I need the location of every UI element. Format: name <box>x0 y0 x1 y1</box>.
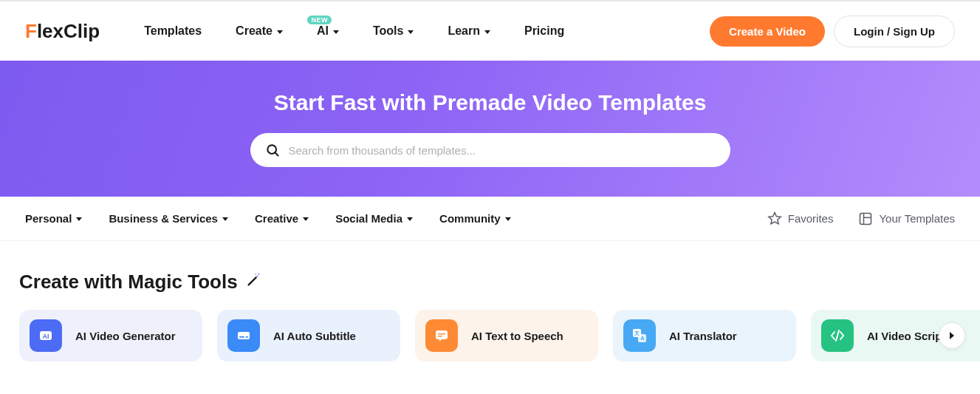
svg-rect-13 <box>436 330 448 339</box>
section-title-text: Create with Magic Tools <box>19 271 238 293</box>
chevron-down-icon <box>222 217 228 221</box>
favorites-link[interactable]: Favorites <box>767 211 834 226</box>
svg-line-1 <box>275 153 278 156</box>
category-filters: Personal Business & Services Creative So… <box>25 212 511 225</box>
header-actions: Create a Video Login / Sign Up <box>710 16 955 47</box>
category-community[interactable]: Community <box>439 212 511 225</box>
login-signup-button[interactable]: Login / Sign Up <box>834 16 955 47</box>
category-label: Social Media <box>335 212 402 225</box>
nav-label: Learn <box>448 24 480 38</box>
create-video-button[interactable]: Create a Video <box>710 16 825 47</box>
templates-icon <box>858 211 873 226</box>
nav-label: Create <box>236 24 273 38</box>
wand-icon <box>245 272 261 293</box>
logo-text: lexClip <box>37 20 100 43</box>
svg-point-7 <box>255 274 256 274</box>
chevron-down-icon <box>303 217 309 221</box>
translate-icon: 文A <box>623 319 656 352</box>
tool-label: AI Video Script <box>867 330 945 342</box>
chevron-down-icon <box>277 30 283 34</box>
categories-bar: Personal Business & Services Creative So… <box>0 197 980 241</box>
nav-templates[interactable]: Templates <box>144 24 202 38</box>
category-right: Favorites Your Templates <box>767 211 955 226</box>
ai-icon: AI <box>30 319 62 352</box>
hero-section: Start Fast with Premade Video Templates <box>0 61 980 197</box>
section-title: Create with Magic Tools <box>19 271 961 293</box>
chevron-down-icon <box>76 217 82 221</box>
tool-card[interactable]: 文AAI Translator <box>613 310 796 361</box>
category-label: Personal <box>25 212 72 225</box>
svg-text:AI: AI <box>43 333 49 340</box>
tool-label: AI Auto Subtitle <box>273 330 356 342</box>
svg-rect-2 <box>860 213 871 224</box>
tools-row: AIAI Video GeneratorAI Auto SubtitleAI T… <box>19 310 961 361</box>
chevron-down-icon <box>408 30 414 34</box>
header: FlexClip Templates Create AI NEW Tools L… <box>0 1 980 61</box>
tool-label: AI Text to Speech <box>471 330 563 342</box>
nav-tools[interactable]: Tools <box>373 24 414 38</box>
svg-rect-12 <box>246 336 249 338</box>
search-input[interactable] <box>289 144 716 157</box>
nav-label: Templates <box>144 24 202 38</box>
tool-card[interactable]: AIAI Video Generator <box>19 310 202 361</box>
category-business[interactable]: Business & Services <box>109 212 228 225</box>
svg-text:文: 文 <box>634 330 640 336</box>
svg-rect-11 <box>239 336 244 338</box>
hero-title: Start Fast with Premade Video Templates <box>274 90 707 115</box>
tool-card[interactable]: AI Text to Speech <box>415 310 598 361</box>
tool-label: AI Translator <box>669 330 737 342</box>
script-icon <box>821 319 854 352</box>
nav-pricing[interactable]: Pricing <box>524 24 564 38</box>
category-label: Creative <box>255 212 298 225</box>
svg-point-5 <box>256 275 258 276</box>
chevron-down-icon <box>505 217 511 221</box>
category-label: Business & Services <box>109 212 218 225</box>
chevron-right-icon <box>950 332 954 339</box>
tool-label: AI Video Generator <box>75 330 176 342</box>
category-social[interactable]: Social Media <box>335 212 413 225</box>
chevron-down-icon <box>407 217 413 221</box>
tool-card[interactable]: AI Auto Subtitle <box>217 310 400 361</box>
chevron-down-icon <box>333 30 339 34</box>
svg-rect-10 <box>238 332 250 339</box>
svg-text:A: A <box>640 336 644 341</box>
subtitle-icon <box>227 319 260 352</box>
nav-label: Pricing <box>524 24 564 38</box>
nav-label: Tools <box>373 24 403 38</box>
nav-learn[interactable]: Learn <box>448 24 490 38</box>
category-label: Community <box>439 212 501 225</box>
star-icon <box>767 211 782 226</box>
logo-f-icon: F <box>25 20 37 43</box>
search-box[interactable] <box>250 133 730 167</box>
speech-icon <box>425 319 458 352</box>
your-templates-label: Your Templates <box>879 212 955 225</box>
svg-rect-15 <box>438 336 442 337</box>
nav-ai[interactable]: AI NEW <box>317 24 339 38</box>
nav-label: AI <box>317 24 329 38</box>
new-badge: NEW <box>307 16 332 24</box>
chevron-down-icon <box>484 30 490 34</box>
favorites-label: Favorites <box>788 212 834 225</box>
nav-create[interactable]: Create <box>236 24 283 38</box>
logo[interactable]: FlexClip <box>25 20 100 43</box>
category-personal[interactable]: Personal <box>25 212 82 225</box>
svg-rect-14 <box>438 333 445 335</box>
your-templates-link[interactable]: Your Templates <box>858 211 955 226</box>
main-nav: Templates Create AI NEW Tools Learn Pric… <box>144 24 564 38</box>
scroll-next-button[interactable] <box>939 322 965 349</box>
svg-point-6 <box>258 273 259 274</box>
category-creative[interactable]: Creative <box>255 212 309 225</box>
search-icon <box>265 143 280 157</box>
magic-tools-section: Create with Magic Tools AIAI Video Gener… <box>0 241 980 361</box>
